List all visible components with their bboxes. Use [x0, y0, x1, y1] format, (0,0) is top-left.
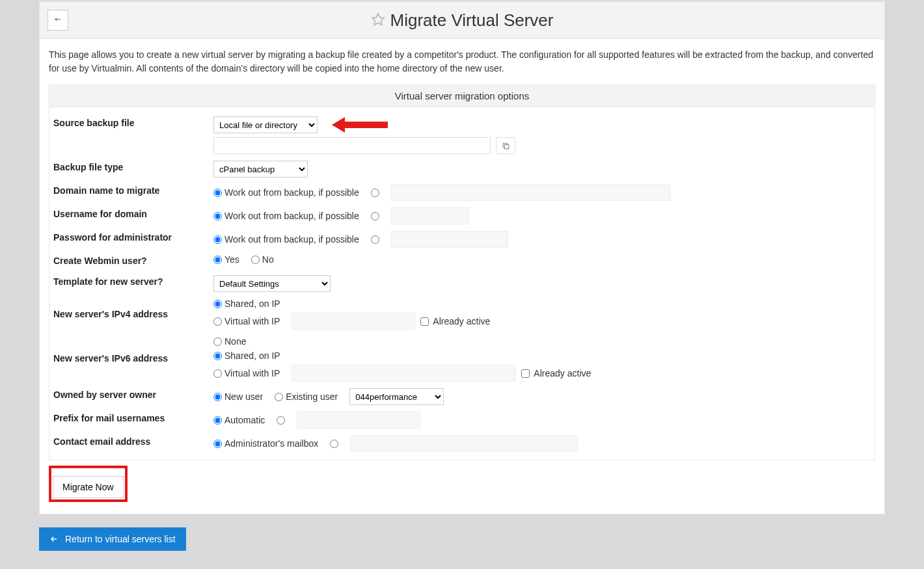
ipv4-already-label: Already active: [433, 316, 490, 326]
ipv6-input[interactable]: [292, 365, 516, 382]
left-arrow-icon: [49, 535, 59, 544]
username-label: Username for domain: [51, 206, 213, 222]
domain-auto-label: Work out from backup, if possible: [224, 187, 359, 198]
password-manual-radio[interactable]: [371, 235, 379, 244]
prefix-auto-radio[interactable]: [213, 416, 222, 425]
owner-label: Owned by server owner: [51, 387, 213, 403]
prefix-label: Prefix for mail usernames: [51, 410, 213, 426]
return-button[interactable]: Return to virtual servers list: [39, 527, 186, 551]
ipv4-already-checkbox[interactable]: [420, 317, 429, 326]
content-panel: This page allows you to create a new vir…: [39, 39, 885, 514]
back-arrow-icon: [53, 16, 62, 25]
ipv4-virtual-label: Virtual with IP: [224, 316, 280, 326]
ipv6-already-label: Already active: [534, 368, 591, 378]
annotation-arrow: [332, 117, 388, 133]
ipv6-shared-radio[interactable]: [213, 352, 222, 360]
owner-new-label: New user: [224, 391, 263, 402]
username-auto-label: Work out from backup, if possible: [224, 211, 359, 221]
source-backup-label: Source backup file: [51, 115, 213, 131]
domain-input[interactable]: [391, 184, 671, 201]
domain-label: Domain name to migrate: [51, 183, 213, 198]
template-label: Template for new server?: [51, 274, 213, 289]
source-backup-mode-select[interactable]: Local file or directory: [213, 116, 318, 133]
username-auto-radio[interactable]: [213, 212, 222, 220]
username-manual-radio[interactable]: [371, 212, 379, 220]
migrate-now-button[interactable]: Migrate Now: [53, 476, 124, 498]
browse-icon: [502, 142, 510, 150]
username-input[interactable]: [391, 207, 469, 224]
contact-input[interactable]: [350, 435, 578, 452]
owner-existing-radio[interactable]: [275, 393, 283, 401]
svg-rect-1: [504, 144, 509, 149]
ipv6-already-checkbox[interactable]: [521, 369, 530, 378]
section-header: Virtual server migration options: [49, 85, 875, 107]
password-input[interactable]: [391, 231, 508, 248]
backup-type-label: Backup file type: [51, 159, 213, 175]
migration-form: Source backup file Local file or directo…: [49, 107, 875, 460]
ipv6-none-radio[interactable]: [213, 337, 222, 346]
webmin-yes-label: Yes: [224, 254, 239, 265]
webmin-no-radio[interactable]: [251, 256, 260, 264]
contact-manual-radio[interactable]: [330, 440, 338, 448]
contact-admin-radio[interactable]: [213, 440, 222, 448]
owner-select[interactable]: 044performance: [349, 388, 444, 405]
ipv4-input[interactable]: [292, 313, 415, 330]
owner-existing-label: Existing user: [286, 391, 338, 402]
ipv4-label: New server's IPv4 address: [51, 297, 213, 322]
ipv4-shared-label: Shared, on IP: [224, 298, 280, 309]
page-description: This page allows you to create a new vir…: [49, 48, 875, 75]
page-title: Migrate Virtual Server: [390, 10, 554, 31]
favorite-star-icon[interactable]: [371, 12, 385, 29]
ipv4-shared-radio[interactable]: [213, 300, 222, 308]
ipv6-shared-label: Shared, on IP: [224, 351, 280, 361]
prefix-input[interactable]: [297, 412, 420, 429]
ipv6-virtual-label: Virtual with IP: [224, 368, 280, 378]
domain-auto-radio[interactable]: [213, 189, 222, 197]
webmin-yes-radio[interactable]: [213, 256, 222, 264]
back-button[interactable]: [48, 10, 68, 31]
ipv6-none-label: None: [224, 336, 246, 347]
return-button-label: Return to virtual servers list: [65, 534, 176, 544]
ipv4-virtual-radio[interactable]: [213, 317, 222, 326]
prefix-auto-label: Automatic: [224, 415, 265, 425]
browse-file-button[interactable]: [496, 137, 515, 154]
owner-new-radio[interactable]: [213, 393, 222, 401]
contact-label: Contact email address: [51, 434, 213, 449]
page-header: Migrate Virtual Server: [39, 0, 885, 39]
svg-marker-0: [372, 13, 383, 24]
backup-type-select[interactable]: cPanel backup: [213, 161, 308, 178]
webmin-no-label: No: [262, 254, 274, 265]
ipv6-virtual-radio[interactable]: [213, 369, 222, 378]
webmin-label: Create Webmin user?: [51, 253, 213, 269]
ipv6-label: New server's IPv6 address: [51, 335, 213, 366]
template-select[interactable]: Default Settings: [213, 275, 331, 292]
prefix-manual-radio[interactable]: [277, 416, 285, 425]
source-backup-path-input[interactable]: [213, 137, 491, 154]
domain-manual-radio[interactable]: [371, 189, 379, 197]
password-auto-label: Work out from backup, if possible: [224, 234, 359, 245]
highlight-box: Migrate Now: [49, 466, 128, 502]
contact-admin-label: Administrator's mailbox: [224, 438, 318, 449]
password-auto-radio[interactable]: [213, 235, 222, 244]
password-label: Password for administrator: [51, 230, 213, 245]
